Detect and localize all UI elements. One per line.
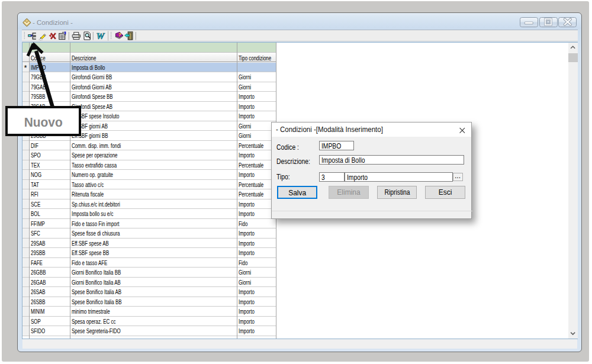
svg-text:W: W	[96, 30, 105, 40]
